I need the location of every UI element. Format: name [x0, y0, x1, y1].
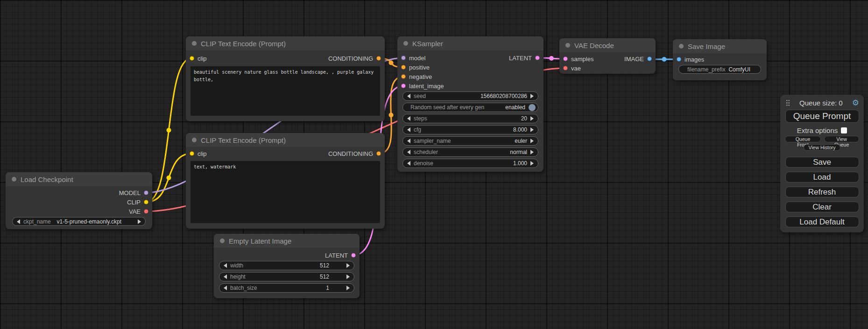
- scheduler-combo-widget[interactable]: scheduler normal: [402, 147, 538, 157]
- widget-label: Random seed after every gen: [410, 104, 484, 111]
- collapse-dot-icon[interactable]: [220, 238, 225, 243]
- widget-label: height: [230, 273, 246, 280]
- image-output-port[interactable]: [647, 56, 652, 61]
- clear-button[interactable]: Clear: [785, 202, 859, 212]
- node-load-checkpoint[interactable]: Load Checkpoint MODEL CLIP VAE ckpt_name…: [6, 172, 152, 229]
- node-vae-decode[interactable]: VAE Decode samples IMAGE vae: [559, 38, 656, 74]
- node-empty-latent-image[interactable]: Empty Latent Image LATENT width 512 heig…: [214, 234, 360, 298]
- latent-image-input-port[interactable]: [401, 84, 406, 88]
- decrement-arrow-icon[interactable]: [17, 219, 20, 224]
- model-input-port[interactable]: [401, 56, 406, 60]
- increment-arrow-icon[interactable]: [530, 127, 534, 132]
- node-title: CLIP Text Encode (Prompt): [201, 136, 286, 144]
- node-clip-text-encode-negative[interactable]: CLIP Text Encode (Prompt) clip CONDITION…: [186, 133, 385, 229]
- increment-arrow-icon[interactable]: [530, 139, 534, 143]
- link-midpoint-dot: [389, 113, 394, 118]
- images-input-port[interactable]: [677, 57, 681, 62]
- denoise-number-widget[interactable]: denoise 1.000: [402, 159, 538, 168]
- widget-label: filename_prefix: [687, 66, 725, 73]
- clip-input-port[interactable]: [190, 151, 194, 156]
- random-seed-toggle-widget[interactable]: Random seed after every gen enabled: [402, 103, 538, 112]
- positive-prompt-textarea[interactable]: beautiful scenery nature glass bottle la…: [191, 66, 380, 116]
- collapse-dot-icon[interactable]: [192, 41, 197, 46]
- collapse-dot-icon[interactable]: [403, 41, 408, 46]
- node-titlebar[interactable]: VAE Decode: [559, 38, 656, 52]
- increment-arrow-icon[interactable]: [346, 274, 350, 279]
- node-title: Load Checkpoint: [21, 175, 73, 183]
- refresh-button[interactable]: Refresh: [785, 187, 859, 197]
- toggle-knob-icon[interactable]: [529, 104, 536, 111]
- decrement-arrow-icon[interactable]: [407, 139, 410, 143]
- node-titlebar[interactable]: Load Checkpoint: [6, 172, 152, 186]
- queue-prompt-button[interactable]: Queue Prompt: [785, 110, 859, 123]
- increment-arrow-icon[interactable]: [346, 286, 350, 290]
- vae-output-port[interactable]: [144, 209, 148, 214]
- widget-label: steps: [414, 115, 427, 122]
- input-label: model: [409, 55, 425, 62]
- increment-arrow-icon[interactable]: [530, 161, 534, 166]
- node-titlebar[interactable]: CLIP Text Encode (Prompt): [186, 133, 385, 147]
- steps-number-widget[interactable]: steps 20: [402, 114, 538, 123]
- decrement-arrow-icon[interactable]: [224, 263, 227, 268]
- decrement-arrow-icon[interactable]: [407, 116, 410, 121]
- height-number-widget[interactable]: height 512: [219, 272, 354, 281]
- increment-arrow-icon[interactable]: [346, 263, 350, 268]
- node-title: Save Image: [688, 42, 725, 50]
- widget-value: normal: [510, 149, 527, 155]
- settings-gear-icon[interactable]: ⚙: [852, 99, 859, 107]
- clip-output-port[interactable]: [144, 200, 148, 204]
- node-save-image[interactable]: Save Image images filename_prefix ComfyU…: [673, 39, 767, 80]
- collapse-dot-icon[interactable]: [12, 177, 16, 182]
- latent-output-port[interactable]: [535, 56, 540, 60]
- drag-handle-icon[interactable]: [786, 99, 790, 106]
- node-ksampler[interactable]: KSampler model LATENT positive negative: [397, 36, 543, 172]
- filename-prefix-text-widget[interactable]: filename_prefix ComfyUI: [678, 65, 761, 74]
- decrement-arrow-icon[interactable]: [224, 274, 227, 279]
- batch-size-number-widget[interactable]: batch_size 1: [219, 283, 354, 293]
- ckpt-name-combo-widget[interactable]: ckpt_name v1-5-pruned-emaonly.ckpt: [12, 217, 146, 226]
- conditioning-output-port[interactable]: [376, 56, 381, 61]
- increment-arrow-icon[interactable]: [138, 219, 141, 224]
- width-number-widget[interactable]: width 512: [219, 261, 354, 270]
- node-graph-canvas[interactable]: Load Checkpoint MODEL CLIP VAE ckpt_name…: [0, 0, 868, 329]
- increment-arrow-icon[interactable]: [530, 94, 534, 98]
- output-label: CLIP: [127, 199, 141, 206]
- samples-input-port[interactable]: [563, 56, 568, 61]
- output-label: VAE: [129, 208, 141, 215]
- load-default-button[interactable]: Load Default: [785, 217, 859, 227]
- decrement-arrow-icon[interactable]: [407, 150, 410, 154]
- latent-output-port[interactable]: [351, 253, 356, 258]
- vae-input-port[interactable]: [563, 66, 568, 70]
- seed-number-widget[interactable]: seed 156680208700286: [402, 91, 538, 101]
- node-title: KSampler: [412, 40, 443, 48]
- clip-input-port[interactable]: [190, 56, 194, 61]
- node-titlebar[interactable]: Save Image: [673, 39, 767, 53]
- negative-prompt-textarea[interactable]: text, watermark: [191, 161, 380, 223]
- increment-arrow-icon[interactable]: [530, 150, 534, 154]
- decrement-arrow-icon[interactable]: [407, 161, 410, 166]
- view-history-button[interactable]: View History: [804, 144, 840, 151]
- increment-arrow-icon[interactable]: [530, 116, 534, 121]
- collapse-dot-icon[interactable]: [565, 43, 570, 48]
- extra-options-checkbox[interactable]: [841, 127, 847, 133]
- negative-input-port[interactable]: [401, 74, 406, 79]
- node-titlebar[interactable]: KSampler: [397, 36, 543, 50]
- positive-input-port[interactable]: [401, 65, 406, 70]
- sampler-name-combo-widget[interactable]: sampler_name euler: [402, 136, 538, 146]
- view-queue-button[interactable]: View Queue: [824, 136, 859, 142]
- node-clip-text-encode-positive[interactable]: CLIP Text Encode (Prompt) clip CONDITION…: [186, 36, 385, 121]
- collapse-dot-icon[interactable]: [679, 44, 684, 49]
- model-output-port[interactable]: [144, 190, 148, 195]
- decrement-arrow-icon[interactable]: [407, 127, 410, 132]
- load-button[interactable]: Load: [785, 172, 859, 182]
- collapse-dot-icon[interactable]: [192, 138, 197, 142]
- node-titlebar[interactable]: CLIP Text Encode (Prompt): [186, 36, 385, 50]
- save-button[interactable]: Save: [785, 157, 859, 168]
- cfg-number-widget[interactable]: cfg 8.000: [402, 125, 538, 134]
- node-titlebar[interactable]: Empty Latent Image: [214, 234, 360, 248]
- queue-front-button[interactable]: Queue Front: [785, 136, 821, 142]
- decrement-arrow-icon[interactable]: [407, 94, 410, 98]
- decrement-arrow-icon[interactable]: [224, 286, 227, 290]
- conditioning-output-port[interactable]: [376, 151, 381, 156]
- queue-menu-panel: Queue size: 0 ⚙ Queue Prompt Extra optio…: [780, 95, 864, 232]
